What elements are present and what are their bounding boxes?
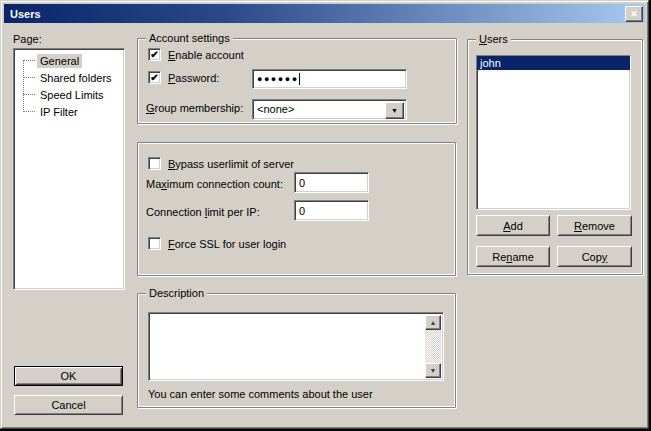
user-name: john (480, 57, 501, 69)
description-hint: You can enter some comments about the us… (148, 388, 373, 400)
tree-item-label: Shared folders (37, 71, 115, 85)
password-input[interactable]: ●●●●●● (252, 69, 407, 89)
password-checkbox[interactable]: ✔ (148, 71, 161, 84)
enable-account-label: Enable account (168, 49, 244, 61)
cancel-button[interactable]: Cancel (14, 395, 123, 415)
tree-stub-icon (23, 77, 35, 78)
force-ssl-label: Force SSL for user login (168, 238, 286, 250)
maximum-connection-count-input[interactable]: 0 (294, 172, 369, 193)
password-value: ●●●●●● (257, 74, 299, 84)
check-icon: ✔ (150, 73, 158, 83)
page-tree[interactable]: General Shared folders Speed Limits IP F… (13, 48, 125, 290)
tree-stub-icon (23, 94, 35, 95)
tree-item-speed-limits[interactable]: Speed Limits (14, 86, 124, 103)
tree-stub-icon (23, 111, 35, 112)
tree-item-label: IP Filter (37, 105, 81, 119)
add-button-label: Add (503, 220, 523, 232)
enable-account-checkbox[interactable]: ✔ (148, 48, 161, 61)
tree-item-label: General (37, 54, 82, 68)
connection-limit-per-ip-value: 0 (299, 205, 305, 217)
password-label: Password: (168, 72, 219, 84)
users-listbox[interactable]: john (476, 55, 631, 210)
check-icon: ✔ (150, 50, 158, 60)
tree-connector-line (23, 60, 24, 112)
account-settings-group: Account settings ✔ Enable account ✔ Pass… (137, 38, 457, 124)
group-membership-label: Group membership: (146, 102, 243, 114)
bypass-userlimit-checkbox[interactable] (148, 157, 161, 170)
description-group: Description ▲ ▼ You can enter some comme… (137, 293, 456, 408)
maximum-connection-count-label: Maximum connection count: (146, 178, 283, 190)
copy-button[interactable]: Copy (557, 246, 632, 267)
limits-group: Bypass userlimit of server Maximum conne… (137, 142, 456, 276)
cancel-button-label: Cancel (51, 399, 85, 411)
copy-button-label: Copy (582, 251, 608, 263)
description-legend: Description (146, 287, 207, 299)
scroll-down-button[interactable]: ▼ (425, 363, 441, 378)
scroll-up-button[interactable]: ▲ (425, 315, 441, 330)
arrow-up-icon: ▲ (430, 319, 437, 326)
force-ssl-checkbox[interactable] (148, 237, 161, 250)
rename-button-label: Rename (492, 251, 534, 263)
tree-item-shared-folders[interactable]: Shared folders (14, 69, 124, 86)
remove-button[interactable]: Remove (557, 215, 632, 236)
tree-stub-icon (23, 60, 35, 61)
force-ssl-checkbox-row[interactable]: Force SSL for user login (148, 237, 286, 250)
description-textarea[interactable]: ▲ ▼ (148, 312, 444, 381)
users-dialog: Users ✕ Page: General Shared folders Spe… (0, 0, 649, 429)
group-membership-value: <none> (257, 103, 294, 115)
password-checkbox-row[interactable]: ✔ Password: (148, 71, 219, 84)
group-membership-select[interactable]: <none> ▼ (252, 99, 407, 120)
close-icon: ✕ (630, 10, 638, 19)
bypass-userlimit-checkbox-row[interactable]: Bypass userlimit of server (148, 157, 294, 170)
users-group: Users john Add Remove Rename Copy (467, 39, 643, 275)
description-scrollbar[interactable]: ▲ ▼ (425, 315, 441, 378)
tree-item-label: Speed Limits (37, 88, 107, 102)
combo-dropdown-button[interactable]: ▼ (385, 102, 404, 119)
remove-button-label: Remove (574, 220, 615, 232)
ok-button-label: OK (61, 370, 77, 382)
account-settings-legend: Account settings (146, 32, 233, 44)
enable-account-checkbox-row[interactable]: ✔ Enable account (148, 48, 244, 61)
add-button[interactable]: Add (476, 215, 550, 236)
connection-limit-per-ip-label: Connection limit per IP: (146, 206, 260, 218)
close-button[interactable]: ✕ (625, 6, 643, 22)
bypass-userlimit-label: Bypass userlimit of server (168, 158, 294, 170)
arrow-down-icon: ▼ (430, 367, 437, 374)
users-legend: Users (476, 33, 511, 45)
connection-limit-per-ip-input[interactable]: 0 (294, 200, 369, 221)
maximum-connection-count-value: 0 (299, 177, 305, 189)
window-title: Users (10, 8, 41, 20)
page-label: Page: (13, 33, 42, 45)
text-caret (299, 73, 300, 85)
tree-item-general[interactable]: General (14, 52, 124, 69)
chevron-down-icon: ▼ (391, 107, 398, 114)
rename-button[interactable]: Rename (476, 246, 550, 267)
titlebar[interactable]: Users ✕ (4, 4, 645, 23)
ok-button[interactable]: OK (14, 366, 123, 386)
users-list-item[interactable]: john (477, 56, 630, 70)
tree-item-ip-filter[interactable]: IP Filter (14, 103, 124, 120)
